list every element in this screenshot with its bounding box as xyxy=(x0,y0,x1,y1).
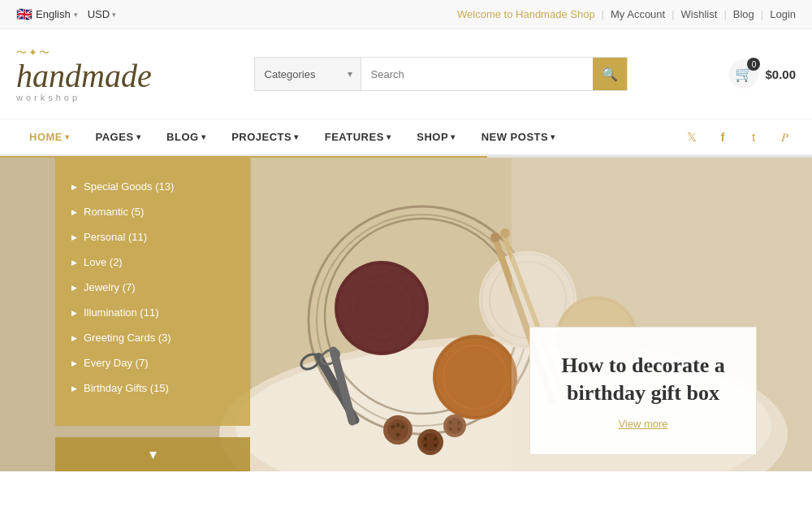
hero-text-box: How to decorate a birthday gift box View… xyxy=(529,327,757,455)
currency-chevron-icon: ▾ xyxy=(112,11,116,19)
nav-item-projects[interactable]: PROJECTS ▾ xyxy=(218,119,312,154)
search-input[interactable] xyxy=(361,58,593,90)
category-greeting-cards[interactable]: ▶ Greeting Cards (3) xyxy=(55,325,250,350)
nav-item-features[interactable]: FEATURES ▾ xyxy=(312,119,404,154)
wishlist-link[interactable]: Wishlist xyxy=(681,8,718,20)
logo[interactable]: 〜✦〜 handmade workshop xyxy=(16,46,152,102)
twitter-icon[interactable]: 𝕏 xyxy=(680,126,703,149)
cat-arrow-everyday: ▶ xyxy=(71,359,77,367)
cart-icon-wrapper: 🛒 0 xyxy=(729,59,758,89)
nav-label-features: FEATURES xyxy=(325,131,384,143)
nav-item-pages[interactable]: PAGES ▾ xyxy=(83,119,154,154)
svg-point-31 xyxy=(396,433,400,437)
category-every-day[interactable]: ▶ Every Day (7) xyxy=(55,350,250,375)
svg-point-38 xyxy=(434,444,437,447)
svg-point-22 xyxy=(500,228,510,238)
cat-arrow-jewelry: ▶ xyxy=(71,284,77,292)
svg-point-32 xyxy=(396,423,400,427)
category-jewelry[interactable]: ▶ Jewelry (7) xyxy=(55,275,250,300)
top-bar: 🇬🇧 English ▾ USD ▾ Welcome to Handmade S… xyxy=(0,0,812,29)
nav-social: 𝕏 f t 𝑃 xyxy=(680,126,796,149)
nav-label-home: HOME xyxy=(29,131,63,143)
nav-chevron-new-posts: ▾ xyxy=(551,132,555,141)
svg-point-42 xyxy=(457,421,460,424)
cat-arrow-romantic: ▶ xyxy=(71,208,77,216)
svg-point-11 xyxy=(433,335,517,419)
nav-label-shop: SHOP xyxy=(417,131,448,143)
nav-chevron-pages: ▾ xyxy=(136,132,141,141)
svg-point-7 xyxy=(335,261,429,355)
facebook-icon[interactable]: f xyxy=(711,126,734,149)
currency-selector[interactable]: USD ▾ xyxy=(88,8,116,20)
lang-chevron-icon: ▾ xyxy=(74,11,78,19)
svg-point-37 xyxy=(424,444,427,447)
cart[interactable]: 🛒 0 $0.00 xyxy=(729,59,796,89)
search-icon: 🔍 xyxy=(602,67,618,82)
cat-label-personal: Personal (11) xyxy=(84,231,147,243)
cat-label-jewelry: Jewelry (7) xyxy=(84,281,136,293)
nav-links: HOME ▾ PAGES ▾ BLOG ▾ PROJECTS ▾ FEATURE… xyxy=(16,119,568,154)
currency-label: USD xyxy=(88,8,110,20)
category-love[interactable]: ▶ Love (2) xyxy=(55,249,250,275)
nav-item-blog[interactable]: BLOG ▾ xyxy=(153,119,218,154)
my-account-link[interactable]: My Account xyxy=(611,8,665,20)
category-birthday-gifts[interactable]: ▶ Birthday Gifts (15) xyxy=(55,375,250,401)
hero-background: ▶ Special Goods (13) ▶ Romantic (5) ▶ Pe… xyxy=(0,158,812,471)
category-personal[interactable]: ▶ Personal (11) xyxy=(55,224,250,249)
welcome-text: Welcome to Handmade Shop xyxy=(457,8,595,20)
language-label: English xyxy=(36,8,71,20)
cat-label-romantic: Romantic (5) xyxy=(84,206,144,218)
search-bar: Categories 🔍 xyxy=(254,57,628,91)
top-bar-left: 🇬🇧 English ▾ USD ▾ xyxy=(16,7,116,22)
nav-bar: HOME ▾ PAGES ▾ BLOG ▾ PROJECTS ▾ FEATURE… xyxy=(0,119,812,156)
hero-view-more-link[interactable]: View more xyxy=(618,418,667,430)
header: 〜✦〜 handmade workshop Categories 🔍 🛒 0 $… xyxy=(0,29,812,119)
svg-point-29 xyxy=(391,425,395,429)
category-romantic[interactable]: ▶ Romantic (5) xyxy=(55,199,250,224)
separator-3: | xyxy=(723,8,726,20)
cat-arrow-greeting: ▶ xyxy=(71,334,77,342)
nav-label-pages: PAGES xyxy=(96,131,134,143)
nav-item-new-posts[interactable]: NEW POSTS ▾ xyxy=(469,119,568,154)
category-illumination[interactable]: ▶ Illumination (11) xyxy=(55,300,250,325)
nav-chevron-home: ▾ xyxy=(65,132,70,141)
cat-arrow-love: ▶ xyxy=(71,258,77,267)
nav-label-new-posts: NEW POSTS xyxy=(482,131,549,143)
category-special-goods[interactable]: ▶ Special Goods (13) xyxy=(55,174,250,199)
categories-select[interactable]: Categories xyxy=(255,58,361,90)
nav-chevron-blog: ▾ xyxy=(201,132,206,141)
cat-arrow-illumination: ▶ xyxy=(71,309,77,317)
cat-arrow-special: ▶ xyxy=(71,183,77,191)
login-link[interactable]: Login xyxy=(770,8,796,20)
cat-label-love: Love (2) xyxy=(84,256,123,268)
svg-point-44 xyxy=(457,427,460,431)
search-button[interactable]: 🔍 xyxy=(593,58,627,90)
cat-label-illumination: Illumination (11) xyxy=(84,306,159,319)
nav-item-shop[interactable]: SHOP ▾ xyxy=(404,119,468,154)
nav-item-home[interactable]: HOME ▾ xyxy=(16,119,83,154)
nav-label-projects: PROJECTS xyxy=(231,131,292,143)
blog-link[interactable]: Blog xyxy=(733,8,754,20)
cart-amount: $0.00 xyxy=(765,67,796,81)
language-selector[interactable]: 🇬🇧 English ▾ xyxy=(16,7,78,22)
svg-point-30 xyxy=(401,425,405,429)
svg-point-35 xyxy=(424,437,427,440)
nav-label-blog: BLOG xyxy=(166,131,199,143)
logo-subtitle: workshop xyxy=(16,93,80,102)
pinterest-icon[interactable]: 𝑃 xyxy=(773,126,796,149)
cat-arrow-personal: ▶ xyxy=(71,233,77,241)
svg-point-40 xyxy=(447,418,463,434)
categories-panel: ▶ Special Goods (13) ▶ Romantic (5) ▶ Pe… xyxy=(55,158,250,426)
top-bar-right: Welcome to Handmade Shop | My Account | … xyxy=(457,8,796,20)
cat-arrow-birthday: ▶ xyxy=(71,384,77,393)
categories-dropdown-wrapper[interactable]: Categories xyxy=(255,58,361,90)
hero-section: ▶ Special Goods (13) ▶ Romantic (5) ▶ Pe… xyxy=(0,158,812,471)
separator-1: | xyxy=(602,8,604,20)
tumblr-icon[interactable]: t xyxy=(742,126,765,149)
svg-point-41 xyxy=(449,421,452,424)
svg-point-21 xyxy=(490,232,500,242)
categories-more-button[interactable]: ▾ xyxy=(55,437,250,471)
nav-chevron-projects: ▾ xyxy=(294,132,299,141)
nav-chevron-shop: ▾ xyxy=(451,132,456,141)
separator-2: | xyxy=(672,8,674,20)
